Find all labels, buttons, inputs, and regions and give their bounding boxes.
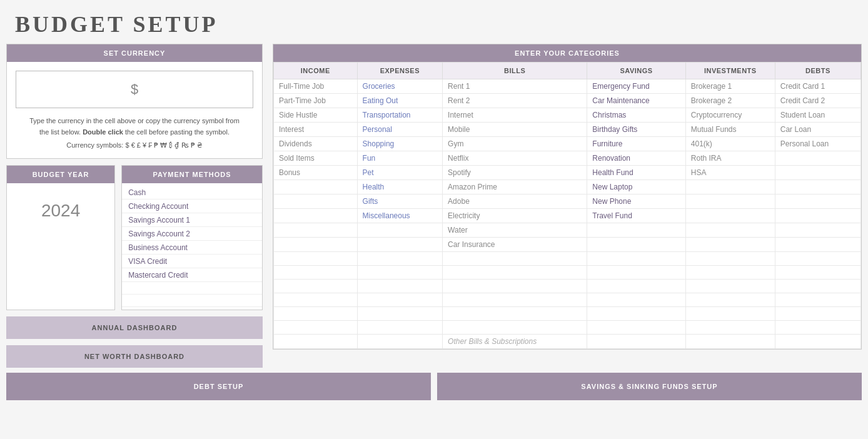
table-cell[interactable] (357, 266, 443, 280)
table-cell[interactable] (443, 266, 587, 280)
table-cell[interactable] (587, 335, 686, 349)
table-cell[interactable] (443, 307, 587, 321)
table-cell[interactable]: Gifts (357, 194, 443, 209)
table-cell[interactable] (685, 321, 775, 335)
table-cell[interactable]: Interest (274, 123, 358, 137)
table-cell[interactable] (775, 238, 860, 252)
payment-method-item[interactable]: Savings Account 1 (122, 213, 262, 227)
table-cell[interactable] (587, 252, 686, 266)
table-cell[interactable] (775, 307, 860, 321)
table-cell[interactable]: Credit Card 1 (775, 79, 860, 94)
table-cell[interactable] (775, 321, 860, 335)
table-cell[interactable] (685, 209, 775, 223)
payment-method-item[interactable] (122, 295, 262, 307)
table-cell[interactable] (775, 293, 860, 307)
table-cell[interactable] (274, 280, 358, 293)
table-cell[interactable] (274, 293, 358, 307)
table-cell[interactable] (775, 266, 860, 280)
table-cell[interactable]: Full-Time Job (274, 79, 358, 94)
table-cell[interactable] (443, 293, 587, 307)
table-cell[interactable] (685, 266, 775, 280)
table-cell[interactable]: Part-Time Job (274, 94, 358, 108)
table-cell[interactable] (357, 307, 443, 321)
table-cell[interactable]: New Laptop (587, 180, 686, 194)
table-cell[interactable]: Side Hustle (274, 108, 358, 123)
table-cell[interactable] (685, 335, 775, 349)
table-cell[interactable] (775, 223, 860, 238)
table-cell[interactable]: Rent 1 (443, 79, 587, 94)
payment-method-item[interactable]: Mastercard Credit (122, 268, 262, 282)
table-cell[interactable]: Christmas (587, 108, 686, 123)
table-cell[interactable] (357, 252, 443, 266)
table-cell[interactable] (274, 223, 358, 238)
table-cell[interactable]: Amazon Prime (443, 180, 587, 194)
table-cell[interactable]: Brokerage 2 (685, 94, 775, 108)
table-cell[interactable]: Health Fund (587, 166, 686, 180)
payment-method-item[interactable] (122, 282, 262, 295)
table-cell[interactable] (443, 321, 587, 335)
table-cell[interactable]: Bonus (274, 166, 358, 180)
table-cell[interactable]: Birthday Gifts (587, 123, 686, 137)
payment-method-item[interactable]: Cash (122, 186, 262, 199)
table-cell[interactable]: HSA (685, 166, 775, 180)
table-cell[interactable]: Student Loan (775, 108, 860, 123)
table-cell[interactable] (587, 321, 686, 335)
table-cell[interactable]: Brokerage 1 (685, 79, 775, 94)
table-cell[interactable] (685, 280, 775, 293)
table-cell[interactable]: Other Bills & Subscriptions (443, 335, 587, 349)
table-cell[interactable]: Dividends (274, 137, 358, 151)
table-cell[interactable]: Renovation (587, 151, 686, 166)
table-cell[interactable] (274, 307, 358, 321)
table-cell[interactable]: Groceries (357, 79, 443, 94)
currency-input[interactable]: $ (16, 71, 253, 108)
table-cell[interactable]: Mobile (443, 123, 587, 137)
table-cell[interactable]: Miscellaneous (357, 209, 443, 223)
table-cell[interactable]: Shopping (357, 137, 443, 151)
table-cell[interactable] (775, 209, 860, 223)
table-cell[interactable] (775, 252, 860, 266)
table-cell[interactable]: Furniture (587, 137, 686, 151)
table-cell[interactable]: Credit Card 2 (775, 94, 860, 108)
payment-method-item[interactable]: Checking Account (122, 199, 262, 213)
table-cell[interactable] (274, 335, 358, 349)
table-cell[interactable]: Electricity (443, 209, 587, 223)
table-cell[interactable] (274, 209, 358, 223)
table-cell[interactable]: Personal Loan (775, 137, 860, 151)
table-cell[interactable]: Car Insurance (443, 238, 587, 252)
table-cell[interactable]: Pet (357, 166, 443, 180)
table-cell[interactable] (775, 194, 860, 209)
table-cell[interactable] (274, 266, 358, 280)
table-cell[interactable] (587, 280, 686, 293)
table-cell[interactable]: Car Maintenance (587, 94, 686, 108)
table-cell[interactable] (357, 335, 443, 349)
table-cell[interactable]: Water (443, 223, 587, 238)
table-cell[interactable] (587, 266, 686, 280)
savings-setup-panel[interactable]: SAVINGS & SINKING FUNDS SETUP (437, 373, 862, 400)
table-cell[interactable] (685, 252, 775, 266)
table-cell[interactable] (357, 280, 443, 293)
table-cell[interactable] (685, 238, 775, 252)
table-cell[interactable] (357, 238, 443, 252)
table-cell[interactable] (357, 321, 443, 335)
table-cell[interactable] (685, 307, 775, 321)
table-cell[interactable]: Health (357, 180, 443, 194)
table-cell[interactable]: Emergency Fund (587, 79, 686, 94)
table-cell[interactable] (775, 166, 860, 180)
table-cell[interactable] (685, 194, 775, 209)
table-cell[interactable]: Spotify (443, 166, 587, 180)
table-cell[interactable]: Adobe (443, 194, 587, 209)
table-cell[interactable]: Sold Items (274, 151, 358, 166)
payment-method-item[interactable]: Business Account (122, 241, 262, 255)
table-cell[interactable] (587, 307, 686, 321)
table-cell[interactable]: Cryptocurrency (685, 108, 775, 123)
table-cell[interactable] (685, 223, 775, 238)
table-cell[interactable] (357, 223, 443, 238)
table-cell[interactable]: Gym (443, 137, 587, 151)
table-cell[interactable] (274, 238, 358, 252)
table-cell[interactable] (587, 223, 686, 238)
table-cell[interactable]: Eating Out (357, 94, 443, 108)
table-cell[interactable] (274, 180, 358, 194)
table-cell[interactable] (443, 280, 587, 293)
table-cell[interactable] (775, 151, 860, 166)
table-cell[interactable]: Transportation (357, 108, 443, 123)
